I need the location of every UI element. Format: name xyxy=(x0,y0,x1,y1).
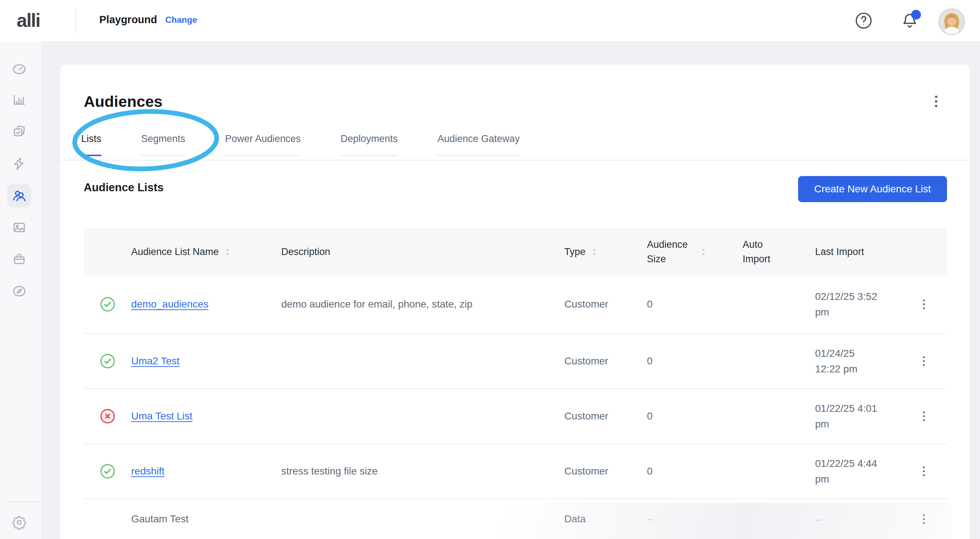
column-header-description: Description xyxy=(281,246,564,258)
sidebar-item-automation[interactable] xyxy=(11,155,28,173)
create-new-audience-list-button[interactable]: Create New Audience List xyxy=(798,176,947,202)
column-header-type[interactable]: Type xyxy=(564,246,647,258)
column-label-name: Audience List Name xyxy=(131,246,219,258)
top-header: alli Playground Change xyxy=(0,0,980,41)
status-success-icon xyxy=(100,463,116,479)
table-header-row: Audience List Name Description Type Audi… xyxy=(84,228,947,275)
row-actions-menu-button[interactable] xyxy=(916,461,932,481)
bag-icon xyxy=(11,252,27,267)
status-error-icon xyxy=(100,408,116,424)
cell-last-import: 01/22/25 4:01 pm xyxy=(815,401,881,432)
row-actions-menu-button[interactable] xyxy=(916,509,932,529)
column-header-last-import: Last Import xyxy=(815,246,912,258)
workspace-label: Playground xyxy=(99,14,157,26)
help-icon xyxy=(854,11,873,30)
bar-chart-icon xyxy=(11,92,27,108)
column-label-type: Type xyxy=(564,246,586,258)
status-success-icon xyxy=(100,296,116,312)
section-title: Audience Lists xyxy=(84,181,164,194)
cell-audience-size: -- xyxy=(647,513,743,525)
alli-logo[interactable]: alli xyxy=(17,10,40,31)
column-label-audience-size: Audience Size xyxy=(647,237,695,266)
cell-last-import: 01/24/25 12:22 pm xyxy=(815,346,881,377)
cell-type: Customer xyxy=(564,298,647,310)
column-header-name[interactable]: Audience List Name xyxy=(131,246,281,258)
status-none xyxy=(100,511,116,527)
sidebar-item-analytics[interactable] xyxy=(11,91,28,109)
people-icon xyxy=(11,188,27,203)
sidebar-footer-divider xyxy=(5,501,37,502)
cell-audience-size: 0 xyxy=(647,355,743,367)
image-icon xyxy=(11,220,27,235)
cell-type: Customer xyxy=(564,466,647,477)
avatar-image xyxy=(939,10,964,34)
lightning-icon xyxy=(11,156,27,171)
row-actions-menu-button[interactable] xyxy=(916,294,932,314)
sort-icon-type[interactable] xyxy=(592,247,597,257)
audience-list-link[interactable]: Uma Test List xyxy=(131,411,192,422)
change-workspace-link[interactable]: Change xyxy=(165,15,197,25)
cell-description: stress testing file size xyxy=(281,466,564,477)
column-label-description: Description xyxy=(281,246,330,258)
help-button[interactable] xyxy=(854,11,873,30)
kebab-menu-icon xyxy=(916,406,931,426)
sidebar-item-settings[interactable] xyxy=(11,514,28,531)
tab-segments[interactable]: Segments xyxy=(142,133,186,156)
cell-audience-size: 0 xyxy=(647,466,743,477)
notification-badge xyxy=(911,10,921,19)
column-label-last-import: Last Import xyxy=(815,246,864,258)
app-root: alli Playground Change xyxy=(0,0,980,539)
sidebar-item-products[interactable] xyxy=(11,250,28,268)
page-title: Audiences xyxy=(84,93,162,111)
table-row: Gautam Test Data -- -- xyxy=(84,499,947,539)
sidebar-item-dashboard[interactable] xyxy=(11,60,28,78)
sidebar-item-creative[interactable] xyxy=(11,219,28,236)
clipboard-check-icon xyxy=(11,124,27,140)
row-actions-menu-button[interactable] xyxy=(916,351,932,371)
column-label-auto-import: Auto Import xyxy=(743,237,777,266)
table-row: Uma2 Test Customer 0 01/24/25 12:22 pm xyxy=(84,334,947,389)
cell-last-import: 01/22/25 4:44 pm xyxy=(815,456,881,487)
cell-last-import: -- xyxy=(815,512,881,527)
audience-lists-table: Audience List Name Description Type Audi… xyxy=(84,228,947,539)
kebab-menu-icon xyxy=(928,90,945,113)
column-header-audience-size[interactable]: Audience Size xyxy=(647,237,743,266)
kebab-menu-icon xyxy=(916,509,931,529)
status-success-icon xyxy=(100,353,116,369)
row-actions-menu-button[interactable] xyxy=(916,406,932,426)
tab-audience-gateway[interactable]: Audience Gateway xyxy=(438,133,520,156)
sidebar-item-tasks[interactable] xyxy=(11,123,28,141)
user-avatar[interactable] xyxy=(938,8,965,35)
notifications-button[interactable] xyxy=(900,11,919,30)
audience-list-link[interactable]: demo_audiences xyxy=(131,298,208,310)
kebab-menu-icon xyxy=(916,461,931,481)
header-divider xyxy=(75,8,76,33)
audience-list-name: Gautam Test xyxy=(131,513,188,525)
page-actions-menu-button[interactable] xyxy=(928,90,945,113)
cell-audience-size: 0 xyxy=(647,298,743,310)
cell-type: Customer xyxy=(564,355,647,367)
column-header-auto-import: Auto Import xyxy=(743,237,815,266)
speedometer-icon xyxy=(11,61,27,76)
kebab-menu-icon xyxy=(916,351,931,371)
cell-description: demo audience for email, phone, state, z… xyxy=(281,298,564,310)
kebab-menu-icon xyxy=(916,294,931,314)
cell-type: Customer xyxy=(564,411,647,422)
compass-icon xyxy=(11,284,27,299)
tab-lists[interactable]: Lists xyxy=(81,133,102,156)
tab-deployments[interactable]: Deployments xyxy=(341,133,398,156)
audiences-card: Audiences Lists Segments Power Audiences… xyxy=(60,65,970,539)
sidebar-item-discover[interactable] xyxy=(11,282,28,300)
gear-icon xyxy=(11,515,27,530)
audience-list-link[interactable]: Uma2 Test xyxy=(131,355,180,366)
audiences-tabs: Lists Segments Power Audiences Deploymen… xyxy=(81,133,520,156)
sort-icon-audience-size[interactable] xyxy=(700,247,706,257)
sort-icon-name[interactable] xyxy=(225,247,230,257)
tab-power-audiences[interactable]: Power Audiences xyxy=(225,133,301,156)
table-row: redshift stress testing file size Custom… xyxy=(84,444,947,499)
cell-last-import: 02/12/25 3:52 pm xyxy=(815,289,881,320)
cell-type: Data xyxy=(564,513,647,525)
audience-list-link[interactable]: redshift xyxy=(131,466,165,477)
tabs-divider xyxy=(60,160,970,160)
sidebar-item-audiences[interactable] xyxy=(11,187,28,204)
